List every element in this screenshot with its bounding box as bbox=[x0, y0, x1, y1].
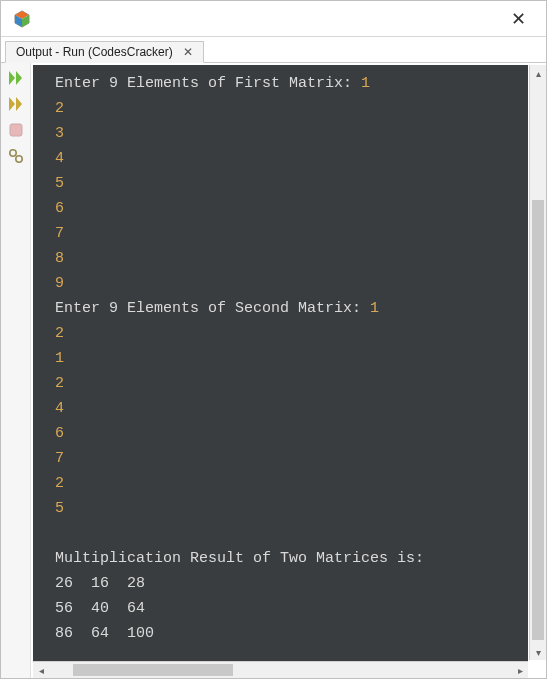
terminal-wrap: Enter 9 Elements of First Matrix: 123456… bbox=[31, 63, 546, 678]
terminal-line: 2 bbox=[55, 371, 528, 396]
terminal-line: 4 bbox=[55, 396, 528, 421]
vertical-scroll-thumb[interactable] bbox=[532, 200, 544, 640]
user-input-text: 2 bbox=[55, 325, 64, 342]
user-input-text: 4 bbox=[55, 400, 64, 417]
user-input-text: 4 bbox=[55, 150, 64, 167]
tab-close-button[interactable]: ✕ bbox=[181, 45, 195, 59]
terminal-line: 7 bbox=[55, 446, 528, 471]
terminal-line: 2 bbox=[55, 321, 528, 346]
terminal-line: 2 bbox=[55, 471, 528, 496]
user-input-text: 8 bbox=[55, 250, 64, 267]
prompt-text: 26 16 28 bbox=[55, 575, 145, 592]
terminal-line: 26 16 28 bbox=[55, 571, 528, 596]
output-tab[interactable]: Output - Run (CodesCracker) ✕ bbox=[5, 41, 204, 63]
terminal-line: Enter 9 Elements of First Matrix: 1 bbox=[55, 71, 528, 96]
user-input-text: 5 bbox=[55, 175, 64, 192]
scroll-up-arrow-icon[interactable]: ▴ bbox=[530, 65, 546, 81]
scroll-left-arrow-icon[interactable]: ◂ bbox=[33, 662, 49, 678]
terminal-line: 5 bbox=[55, 171, 528, 196]
svg-rect-4 bbox=[10, 124, 22, 136]
prompt-text: 56 40 64 bbox=[55, 600, 145, 617]
user-input-text: 9 bbox=[55, 275, 64, 292]
vertical-scrollbar[interactable]: ▴ ▾ bbox=[529, 65, 546, 660]
settings-icon[interactable] bbox=[7, 147, 25, 165]
terminal-line: 9 bbox=[55, 271, 528, 296]
prompt-text: Enter 9 Elements of First Matrix: bbox=[55, 75, 361, 92]
terminal-line: 2 bbox=[55, 96, 528, 121]
stop-icon[interactable] bbox=[7, 121, 25, 139]
prompt-text: Enter 9 Elements of Second Matrix: bbox=[55, 300, 370, 317]
user-input-text: 1 bbox=[361, 75, 370, 92]
prompt-text: 86 64 100 bbox=[55, 625, 154, 642]
terminal-line: 5 bbox=[55, 496, 528, 521]
user-input-text: 1 bbox=[370, 300, 379, 317]
user-input-text: 3 bbox=[55, 125, 64, 142]
output-tab-label: Output - Run (CodesCracker) bbox=[16, 45, 173, 59]
scroll-down-arrow-icon[interactable]: ▾ bbox=[530, 644, 546, 660]
app-logo-icon bbox=[13, 10, 31, 28]
tab-bar: Output - Run (CodesCracker) ✕ bbox=[1, 37, 546, 63]
terminal-line: 4 bbox=[55, 146, 528, 171]
user-input-text: 2 bbox=[55, 475, 64, 492]
svg-point-5 bbox=[9, 150, 15, 156]
terminal-line: 8 bbox=[55, 246, 528, 271]
user-input-text: 6 bbox=[55, 200, 64, 217]
horizontal-scrollbar[interactable]: ◂ ▸ bbox=[33, 661, 528, 678]
user-input-text: 2 bbox=[55, 100, 64, 117]
terminal-line: 6 bbox=[55, 196, 528, 221]
terminal-line: 7 bbox=[55, 221, 528, 246]
run-icon[interactable] bbox=[7, 69, 25, 87]
terminal-line: 56 40 64 bbox=[55, 596, 528, 621]
terminal-line: 6 bbox=[55, 421, 528, 446]
user-input-text: 7 bbox=[55, 450, 64, 467]
terminal-line: Multiplication Result of Two Matrices is… bbox=[55, 546, 528, 571]
terminal-line: 86 64 100 bbox=[55, 621, 528, 646]
user-input-text: 5 bbox=[55, 500, 64, 517]
work-area: Enter 9 Elements of First Matrix: 123456… bbox=[1, 63, 546, 678]
horizontal-scroll-thumb[interactable] bbox=[73, 664, 233, 676]
svg-point-6 bbox=[15, 156, 21, 162]
user-input-text: 7 bbox=[55, 225, 64, 242]
left-gutter bbox=[1, 63, 31, 678]
prompt-text: Multiplication Result of Two Matrices is… bbox=[55, 550, 424, 567]
terminal-output: Enter 9 Elements of First Matrix: 123456… bbox=[33, 65, 528, 661]
terminal-line: Enter 9 Elements of Second Matrix: 1 bbox=[55, 296, 528, 321]
window-close-button[interactable]: ✕ bbox=[503, 4, 534, 34]
terminal-line: 1 bbox=[55, 346, 528, 371]
user-input-text: 6 bbox=[55, 425, 64, 442]
run-alt-icon[interactable] bbox=[7, 95, 25, 113]
user-input-text: 2 bbox=[55, 375, 64, 392]
user-input-text: 1 bbox=[55, 350, 64, 367]
blank-line bbox=[55, 521, 528, 546]
titlebar: ✕ bbox=[1, 1, 546, 37]
terminal-line: 3 bbox=[55, 121, 528, 146]
scroll-right-arrow-icon[interactable]: ▸ bbox=[512, 662, 528, 678]
